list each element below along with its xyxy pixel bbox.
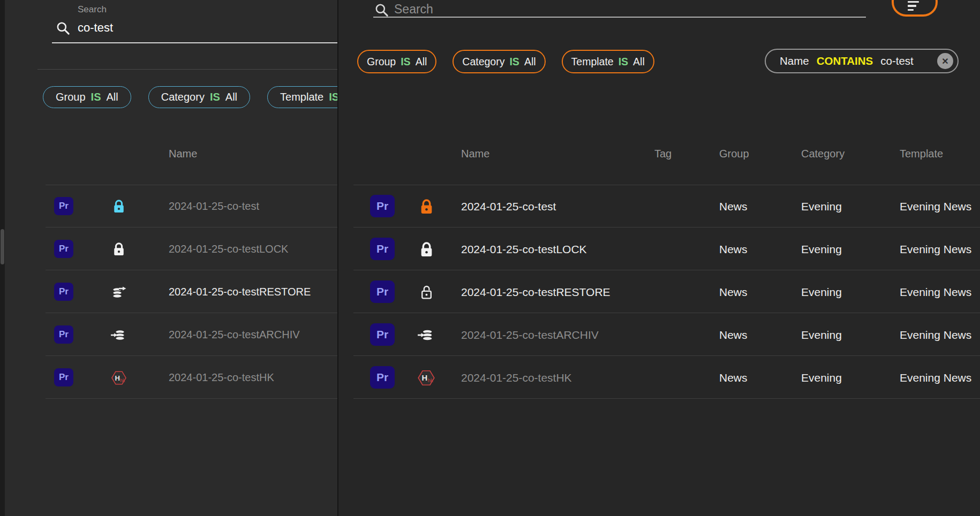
column-header-template[interactable]: Template xyxy=(900,148,943,160)
filter-pill-row: Group IS All Category IS All Template IS… xyxy=(357,50,654,73)
table-row[interactable]: Pr 2024-01-25-co-testRESTORE News Evenin… xyxy=(338,271,980,313)
premiere-project-icon: Pr xyxy=(54,240,73,258)
pr-badge-label: Pr xyxy=(376,285,388,298)
table-row[interactable]: Pr 2024-01-25-co-test News Evening Eveni… xyxy=(338,185,980,227)
table-row[interactable]: Pr 2024-01-25-co-testLOCK News Evening E… xyxy=(338,228,980,270)
remove-filter-button[interactable]: ✕ xyxy=(937,53,953,69)
filter-operator: IS xyxy=(91,91,101,103)
row-divider xyxy=(353,227,980,227)
table-row[interactable]: Pr 2024-01-25-co-testARCHIV xyxy=(5,314,337,356)
filter-field: Group xyxy=(56,91,86,103)
table-row[interactable]: Pr 2024-01-25-co-testLOCK xyxy=(5,228,337,270)
row-category: Evening xyxy=(801,271,842,313)
premiere-project-icon: Pr xyxy=(370,366,395,389)
search-input[interactable] xyxy=(77,18,261,37)
sort-button[interactable] xyxy=(892,0,938,17)
pr-badge-label: Pr xyxy=(59,372,69,383)
filter-value: All xyxy=(416,56,427,68)
table-row[interactable]: Pr 2024-01-25-co-test xyxy=(5,185,337,227)
premiere-project-icon: Pr xyxy=(370,323,395,346)
filter-operator: IS xyxy=(509,56,519,68)
lock-open-icon xyxy=(417,283,436,302)
filter-field: Category xyxy=(161,91,205,103)
filter-pill-template[interactable]: Template IS All xyxy=(562,50,654,73)
row-divider xyxy=(353,270,980,270)
filter-operator: IS xyxy=(210,91,220,103)
column-header-name[interactable]: Name xyxy=(461,148,489,160)
column-header-group[interactable]: Group xyxy=(719,148,749,160)
table-row[interactable]: Pr H hk 2024-01-25-co-testHK News Evenin… xyxy=(338,356,980,399)
search-underline xyxy=(52,42,337,43)
row-name: 2024-01-25-co-testLOCK xyxy=(461,228,587,270)
filter-value: co-test xyxy=(880,55,914,67)
filter-field: Category xyxy=(462,56,504,68)
filter-field: Group xyxy=(367,56,396,68)
premiere-project-icon: Pr xyxy=(54,325,73,344)
filter-pill-group[interactable]: Group IS All xyxy=(43,86,131,108)
table-row[interactable]: Pr 2024-01-25-co-testRESTORE xyxy=(5,271,337,313)
filter-pill-group[interactable]: Group IS All xyxy=(357,50,436,73)
search-label: Search xyxy=(78,4,107,15)
column-header-category[interactable]: Category xyxy=(801,148,845,160)
row-group: News xyxy=(719,356,748,399)
table-row[interactable]: Pr H hk 2024-01-25-co-testHK xyxy=(5,356,337,399)
svg-text:hk: hk xyxy=(120,378,125,383)
filter-value: All xyxy=(524,56,536,68)
filter-pill-category[interactable]: Category IS All xyxy=(453,50,545,73)
row-group: News xyxy=(719,314,748,356)
premiere-project-icon: Pr xyxy=(370,238,395,260)
filter-operator: IS xyxy=(619,56,628,68)
svg-text:H: H xyxy=(115,374,120,382)
row-divider xyxy=(353,313,980,313)
filter-operator: IS xyxy=(401,56,410,68)
row-group: News xyxy=(719,185,748,227)
row-name: 2024-01-25-co-testRESTORE xyxy=(461,271,610,313)
row-group: News xyxy=(719,228,748,270)
filter-field: Template xyxy=(280,91,323,103)
row-name: 2024-01-25-co-testHK xyxy=(169,356,274,399)
premiere-project-icon: Pr xyxy=(54,197,73,215)
row-category: Evening xyxy=(801,228,842,270)
row-template: Evening News xyxy=(900,271,971,313)
pr-badge-label: Pr xyxy=(376,200,388,213)
row-category: Evening xyxy=(801,314,842,356)
table-row[interactable]: Pr 2024-01-25-co-testARCHIV News Evening… xyxy=(338,314,980,356)
database-archive-icon xyxy=(417,325,436,345)
row-name: 2024-01-25-co-testHK xyxy=(461,356,572,399)
filter-operator: CONTAINS xyxy=(817,55,873,67)
premiere-project-icon: Pr xyxy=(370,195,395,217)
lock-closed-icon xyxy=(417,240,436,259)
row-divider xyxy=(46,355,337,356)
hk-hexagon-icon: H hk xyxy=(417,368,436,388)
column-header-tag[interactable]: Tag xyxy=(654,148,672,160)
filter-pill-template[interactable]: Template IS All xyxy=(267,86,337,108)
left-scrollbar-track xyxy=(0,0,5,516)
pr-badge-label: Pr xyxy=(376,328,388,341)
pr-badge-label: Pr xyxy=(59,329,69,340)
section-divider xyxy=(37,69,337,70)
row-name: 2024-01-25-co-testLOCK xyxy=(169,228,288,270)
svg-text:hk: hk xyxy=(428,377,433,383)
database-restore-icon xyxy=(110,284,128,301)
filter-pill-row: Group IS All Category IS All Template IS… xyxy=(43,86,337,108)
sort-lines-icon xyxy=(908,1,919,11)
row-name: 2024-01-25-co-test xyxy=(461,185,556,227)
row-category: Evening xyxy=(801,185,842,227)
pr-badge-label: Pr xyxy=(59,286,69,297)
row-template: Evening News xyxy=(900,185,971,227)
row-name: 2024-01-25-co-testARCHIV xyxy=(461,314,599,356)
search-icon xyxy=(55,20,71,36)
premiere-project-icon: Pr xyxy=(54,368,73,386)
pr-badge-label: Pr xyxy=(376,371,388,384)
row-name: 2024-01-25-co-testRESTORE xyxy=(169,271,311,313)
lock-closed-icon xyxy=(110,241,128,258)
row-divider xyxy=(46,313,337,313)
row-divider xyxy=(46,227,337,227)
column-header-name[interactable]: Name xyxy=(169,148,197,160)
row-name: 2024-01-25-co-test xyxy=(169,185,259,227)
close-icon: ✕ xyxy=(941,56,948,66)
search-results-panel: Group IS All Category IS All Template IS… xyxy=(338,0,980,516)
filter-pill-name-contains[interactable]: Name CONTAINS co-test ✕ xyxy=(765,49,959,73)
left-scrollbar-handle[interactable] xyxy=(1,229,4,264)
filter-pill-category[interactable]: Category IS All xyxy=(148,86,250,108)
